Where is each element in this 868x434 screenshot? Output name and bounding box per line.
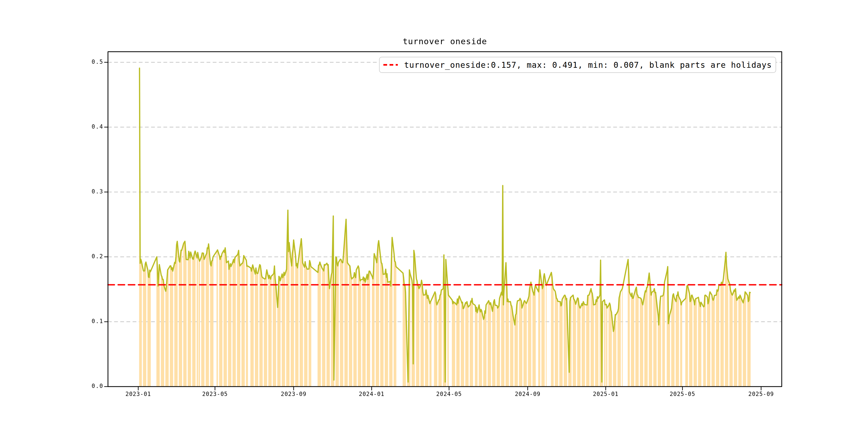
y-tick-label: 0.2 bbox=[76, 253, 103, 259]
figure: turnover oneside turnover_oneside:0.157,… bbox=[0, 0, 868, 434]
legend-label: turnover_oneside:0.157, max: 0.491, min:… bbox=[404, 60, 772, 70]
x-tick-label: 2025-05 bbox=[661, 391, 704, 397]
y-tick-label: 0.3 bbox=[76, 188, 103, 195]
mean-line-legend-marker-icon bbox=[383, 63, 398, 66]
legend: turnover_oneside:0.157, max: 0.491, min:… bbox=[379, 57, 776, 73]
x-tick-label: 2024-05 bbox=[428, 391, 470, 397]
x-tick-label: 2023-09 bbox=[272, 391, 315, 397]
x-tick-label: 2025-01 bbox=[584, 391, 627, 397]
y-tick-label: 0.5 bbox=[76, 59, 103, 65]
x-tick-label: 2023-05 bbox=[193, 391, 236, 397]
x-tick-label: 2025-09 bbox=[740, 391, 782, 397]
y-tick-label: 0.4 bbox=[76, 124, 103, 130]
x-tick-label: 2024-09 bbox=[506, 391, 549, 397]
y-tick-label: 0.0 bbox=[76, 383, 103, 389]
y-tick-label: 0.1 bbox=[76, 318, 103, 324]
chart-title: turnover oneside bbox=[108, 36, 782, 46]
x-tick-label: 2024-01 bbox=[350, 391, 393, 397]
x-tick-label: 2023-01 bbox=[117, 391, 160, 397]
